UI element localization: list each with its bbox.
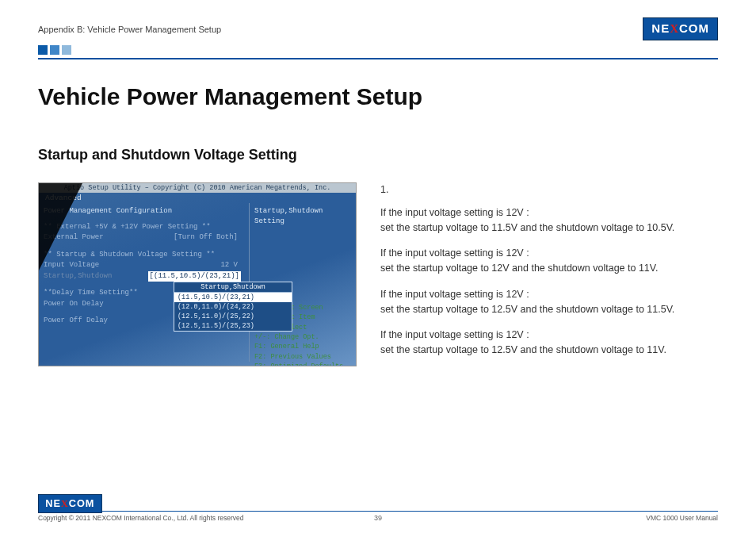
instr-3-act: set the startup voltage to 12.5V and the… — [380, 343, 674, 358]
bios-screenshot: Aptio Setup Utility – Copyright (C) 2010… — [38, 182, 357, 366]
decorative-squares — [38, 45, 718, 55]
bios-popup-opt-1: (12.0,11.0)/(24,22) — [174, 302, 292, 312]
bios-popup-title: Startup,Shutdown — [174, 282, 292, 293]
instruction-number: 1. — [380, 182, 674, 197]
instr-0-act: set the startup voltage to 11.5V and the… — [380, 220, 674, 236]
instr-1-act: set the startup voltage to 12V and the s… — [380, 261, 674, 276]
instr-1-cond: If the input voltage setting is 12V : — [380, 246, 674, 261]
copyright: Copyright © 2011 NEXCOM International Co… — [38, 514, 244, 522]
bios-help-3: +/-: Change Opt. — [254, 332, 351, 342]
page-title: Vehicle Power Management Setup — [38, 83, 718, 110]
bios-startup-shutdown-label: Startup,Shutdown — [44, 272, 112, 280]
doc-title: VMC 1000 User Manual — [646, 514, 718, 522]
instr-0-cond: If the input voltage setting is 12V : — [380, 205, 674, 220]
bios-external-power-value: [Turn Off Both] — [174, 232, 238, 243]
footer-rule — [38, 511, 718, 512]
instr-2-cond: If the input voltage setting is 12V : — [380, 287, 674, 302]
page-number: 39 — [374, 514, 382, 522]
header-rule — [38, 58, 718, 59]
bios-help-5: F2: Previous Values — [254, 352, 351, 362]
bios-topbar: Aptio Setup Utility – Copyright (C) 2010… — [39, 183, 356, 193]
bios-startup-shutdown-value: [(11.5,10.5)/(23,21)] — [148, 271, 241, 282]
bios-right-title: Startup,Shutdown Setting — [254, 206, 351, 227]
instr-3-cond: If the input voltage setting is 12V : — [380, 328, 674, 343]
bios-help-6: F3: Optimized Defaults — [254, 362, 351, 366]
nexcom-logo: NEXCOM — [643, 17, 718, 40]
bios-tab-advanced: Advanced — [39, 193, 356, 203]
bios-popup-opt-3: (12.5,11.5)/(25,23) — [174, 321, 292, 331]
bios-help-4: F1: General Help — [254, 342, 351, 351]
section-title: Startup and Shutdown Voltage Setting — [38, 147, 718, 163]
instr-2-act: set the startup voltage to 12.5V and the… — [380, 302, 674, 317]
nexcom-logo-footer: NEXCOM — [38, 494, 101, 513]
bios-popup-opt-0: (11.5,10.5)/(23,21) — [174, 293, 292, 302]
bios-popup: Startup,Shutdown (11.5,10.5)/(23,21) (12… — [174, 282, 292, 332]
instructions: 1. If the input voltage setting is 12V :… — [380, 182, 674, 369]
bios-popup-opt-2: (12.5,11.0)/(25,22) — [174, 312, 292, 321]
bios-input-voltage-value: 12 V — [220, 260, 238, 271]
appendix-label: Appendix B: Vehicle Power Management Set… — [38, 25, 221, 34]
